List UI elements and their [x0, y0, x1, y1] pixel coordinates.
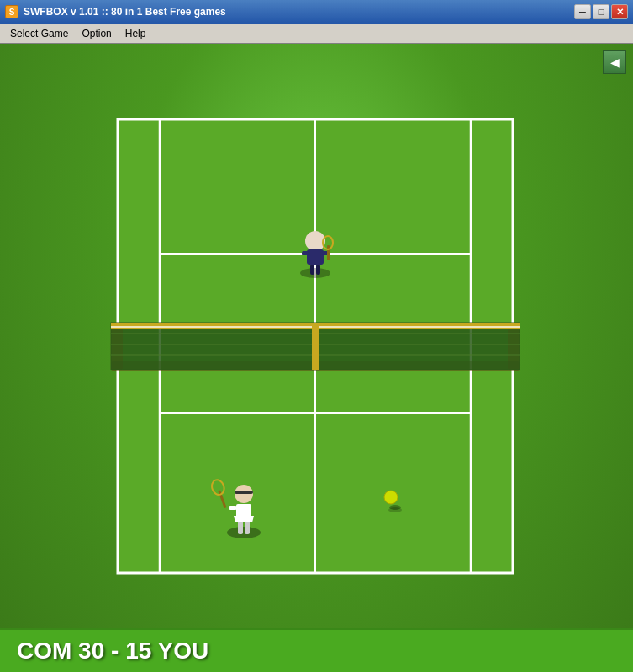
title-bar-left: S SWFBOX v 1.01 :: 80 in 1 Best Free gam…: [5, 5, 226, 18]
window-controls: ─ □ ✕: [574, 4, 628, 19]
svg-rect-33: [236, 504, 251, 517]
svg-rect-36: [229, 506, 237, 510]
minimize-button[interactable]: ─: [574, 4, 591, 19]
menu-option[interactable]: Option: [75, 26, 118, 41]
svg-rect-23: [310, 265, 314, 275]
svg-rect-19: [312, 323, 319, 370]
svg-point-39: [384, 491, 398, 504]
tennis-court: [92, 94, 538, 598]
svg-rect-35: [235, 491, 253, 494]
court-svg: [92, 94, 538, 598]
svg-rect-30: [238, 521, 243, 534]
svg-rect-31: [245, 521, 250, 534]
app-icon: S: [5, 5, 18, 18]
maximize-button[interactable]: □: [593, 4, 609, 19]
back-icon: ◀: [610, 55, 620, 69]
score-display: COM 30 - 15 YOU: [17, 638, 208, 664]
svg-rect-24: [316, 265, 320, 275]
game-area[interactable]: ◀: [0, 44, 633, 672]
svg-point-20: [300, 268, 330, 278]
menu-bar: Select Game Option Help: [0, 24, 633, 44]
title-bar: S SWFBOX v 1.01 :: 80 in 1 Best Free gam…: [0, 0, 633, 24]
svg-rect-22: [307, 249, 324, 265]
svg-point-29: [227, 527, 261, 538]
svg-point-41: [388, 507, 402, 512]
window-title: SWFBOX v 1.01 :: 80 in 1 Best Free games: [24, 6, 226, 18]
menu-select-game[interactable]: Select Game: [3, 26, 75, 41]
score-bar: COM 30 - 15 YOU: [0, 628, 633, 672]
back-button[interactable]: ◀: [603, 50, 626, 74]
svg-rect-27: [327, 245, 330, 260]
menu-help[interactable]: Help: [119, 26, 153, 41]
close-button[interactable]: ✕: [611, 4, 628, 19]
svg-rect-25: [302, 251, 309, 255]
